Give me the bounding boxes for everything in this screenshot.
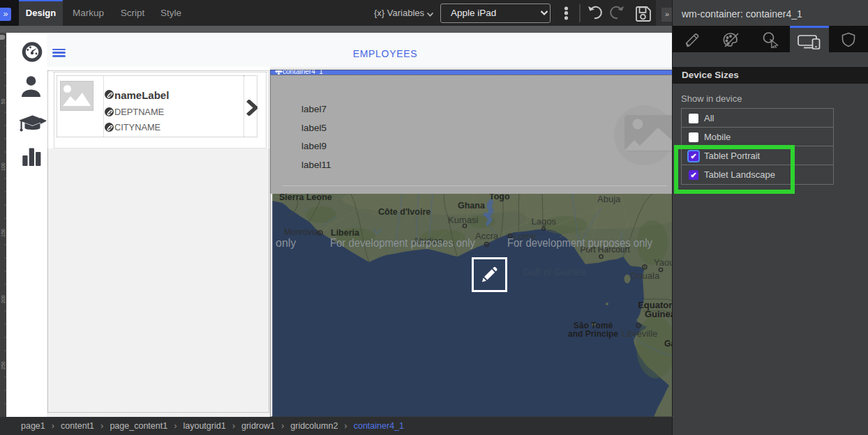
svg-text:For development purposes only: For development purposes only bbox=[330, 237, 475, 249]
svg-text:and Príncipe: and Príncipe bbox=[568, 329, 618, 339]
svg-text:Guinea: Guinea bbox=[645, 309, 673, 319]
svg-text:Togo: Togo bbox=[489, 194, 510, 201]
svg-text:Abuja: Abuja bbox=[597, 194, 621, 204]
svg-text:Libreville: Libreville bbox=[622, 328, 657, 339]
svg-text:Gulf of Guinea: Gulf of Guinea bbox=[523, 266, 585, 277]
svg-text:Douala: Douala bbox=[631, 270, 660, 281]
svg-text:Liberia: Liberia bbox=[331, 227, 360, 237]
svg-text:For development purposes only: For development purposes only bbox=[507, 236, 652, 248]
svg-text:Monrovia: Monrovia bbox=[284, 227, 319, 237]
svg-text:Sierra Leone: Sierra Leone bbox=[279, 194, 332, 202]
svg-text:Ghana: Ghana bbox=[458, 201, 486, 211]
svg-text:Accra: Accra bbox=[475, 231, 499, 241]
svg-text:Yaou: Yaou bbox=[654, 257, 673, 268]
svg-text:Lagos: Lagos bbox=[532, 216, 557, 227]
svg-text:Côte d'Ivoire: Côte d'Ivoire bbox=[378, 207, 431, 217]
svg-text:Kumasi: Kumasi bbox=[448, 215, 478, 225]
svg-text:only: only bbox=[276, 237, 296, 249]
